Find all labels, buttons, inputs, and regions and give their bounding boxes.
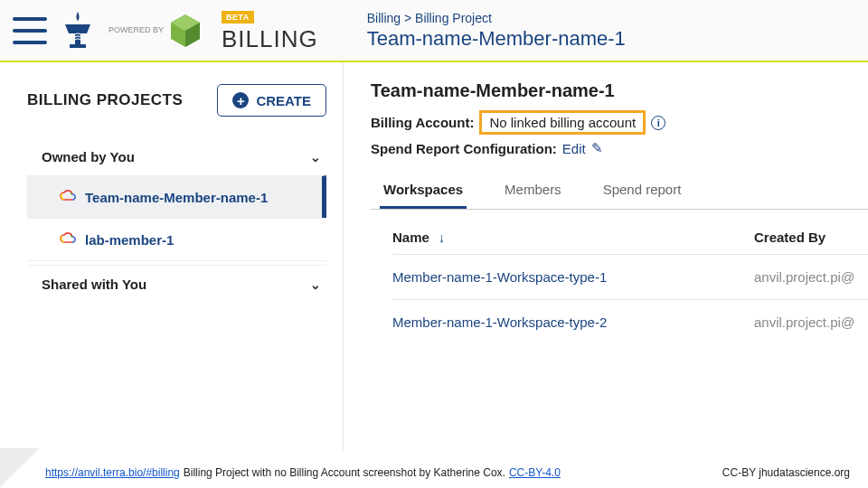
table-row: Member-name-1-Workspace-type-1 anvil.pro… bbox=[392, 254, 868, 299]
tab-workspaces[interactable]: Workspaces bbox=[380, 173, 467, 209]
workspace-link[interactable]: Member-name-1-Workspace-type-1 bbox=[392, 269, 607, 285]
footer-right: CC-BY jhudatascience.org bbox=[722, 466, 850, 479]
project-name: Team-name-Member-name-1 bbox=[85, 190, 268, 205]
main-panel: Team-name-Member-name-1 Billing Account:… bbox=[344, 62, 868, 451]
edit-spend-config-link[interactable]: Edit ✎ bbox=[562, 140, 603, 156]
google-cloud-icon bbox=[60, 231, 76, 248]
menu-icon[interactable] bbox=[13, 17, 47, 44]
page-title: BILLING bbox=[222, 25, 318, 53]
powered-by-terra: POWERED BY bbox=[108, 13, 202, 49]
create-button[interactable]: + CREATE bbox=[217, 84, 326, 117]
section-owned-by-you[interactable]: Owned by You ⌄ bbox=[27, 138, 326, 175]
chevron-down-icon: ⌄ bbox=[310, 277, 321, 292]
edit-label: Edit bbox=[562, 141, 586, 156]
tab-spend-report[interactable]: Spend report bbox=[599, 173, 685, 209]
sort-arrow-icon: ↓ bbox=[439, 230, 446, 245]
section-label: Shared with You bbox=[42, 277, 146, 292]
chevron-down-icon: ⌄ bbox=[310, 150, 321, 164]
breadcrumb-title: Team-name-Member-name-1 bbox=[367, 27, 626, 51]
svg-rect-1 bbox=[70, 44, 86, 48]
col-name-label: Name bbox=[392, 230, 429, 245]
billing-account-label: Billing Account: bbox=[371, 115, 474, 130]
spend-config-label: Spend Report Configuration: bbox=[371, 141, 557, 156]
sidebar-heading: BILLING PROJECTS bbox=[27, 91, 183, 109]
workspaces-table: Name ↓ Created By Member-name-1-Workspac… bbox=[371, 230, 868, 344]
project-title: Team-name-Member-name-1 bbox=[371, 80, 868, 101]
project-name: lab-member-1 bbox=[85, 232, 174, 248]
footer-caption: Billing Project with no Billing Account … bbox=[184, 466, 505, 479]
page-label: BETA BILLING bbox=[222, 7, 318, 53]
breadcrumb: Billing > Billing Project Team-name-Memb… bbox=[367, 11, 626, 51]
table-header: Name ↓ Created By bbox=[392, 230, 868, 254]
section-label: Owned by You bbox=[42, 149, 135, 164]
footer-license-link[interactable]: CC-BY-4.0 bbox=[509, 466, 561, 479]
pencil-icon: ✎ bbox=[591, 140, 603, 156]
spend-config-line: Spend Report Configuration: Edit ✎ bbox=[371, 140, 868, 156]
tabs: Workspaces Members Spend report bbox=[371, 173, 868, 210]
created-by-value: anvil.project.pi@ bbox=[754, 269, 868, 285]
billing-account-value: No linked billing account bbox=[479, 110, 646, 135]
section-shared-with-you[interactable]: Shared with You ⌄ bbox=[27, 265, 326, 303]
project-item[interactable]: lab-member-1 bbox=[27, 218, 326, 261]
terra-logo-icon bbox=[169, 13, 202, 49]
create-label: CREATE bbox=[256, 93, 311, 108]
google-cloud-icon bbox=[60, 189, 76, 205]
content: BILLING PROJECTS + CREATE Owned by You ⌄… bbox=[0, 62, 868, 451]
plus-icon: + bbox=[232, 92, 249, 108]
powered-by-label: POWERED BY bbox=[108, 26, 164, 35]
workspace-link[interactable]: Member-name-1-Workspace-type-2 bbox=[392, 314, 607, 330]
breadcrumb-current: Billing Project bbox=[415, 11, 492, 25]
billing-account-line: Billing Account: No linked billing accou… bbox=[371, 110, 868, 135]
tab-members[interactable]: Members bbox=[501, 173, 565, 209]
sidebar: BILLING PROJECTS + CREATE Owned by You ⌄… bbox=[0, 62, 344, 451]
footer: https://anvil.terra.bio/#billing Billing… bbox=[0, 459, 868, 483]
top-bar: POWERED BY BETA BILLING Billing > Billin… bbox=[0, 0, 868, 62]
anvil-logo bbox=[60, 10, 96, 52]
breadcrumb-sep: > bbox=[404, 11, 411, 25]
footer-url-link[interactable]: https://anvil.terra.bio/#billing bbox=[45, 466, 180, 479]
col-header-name[interactable]: Name ↓ bbox=[392, 230, 754, 245]
breadcrumb-root[interactable]: Billing bbox=[367, 11, 401, 25]
project-item-selected[interactable]: Team-name-Member-name-1 bbox=[27, 175, 326, 218]
created-by-value: anvil.project.pi@ bbox=[754, 314, 868, 330]
col-header-created-by[interactable]: Created By bbox=[754, 230, 868, 245]
beta-badge: BETA bbox=[222, 11, 254, 23]
info-icon[interactable]: i bbox=[651, 116, 665, 130]
table-row: Member-name-1-Workspace-type-2 anvil.pro… bbox=[392, 299, 868, 344]
